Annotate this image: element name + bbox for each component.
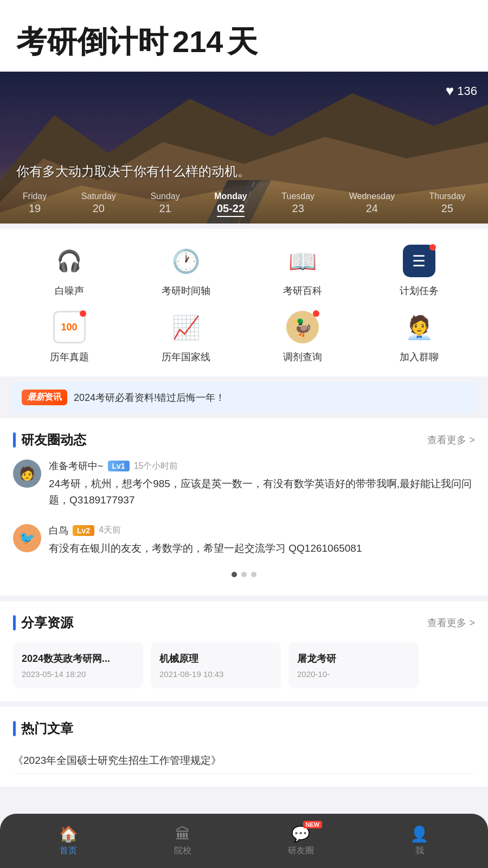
day-label: Sunday <box>150 192 179 201</box>
menu-plan-task-label: 计划任务 <box>400 284 439 297</box>
news-text: 2024考研必看资料!错过后悔一年！ <box>74 391 225 404</box>
menu-encyclopedia[interactable]: 📖 考研百科 <box>244 242 361 297</box>
day-num: 20 <box>93 202 105 215</box>
resource-card-3[interactable]: 屠龙考研 2020-10- <box>288 642 419 688</box>
menu-group-chat-label: 加入群聊 <box>400 350 439 363</box>
bottom-nav: 🏠 首页 🏛 院校 💬 研友圈 👤 我 <box>0 814 488 868</box>
day-monday[interactable]: Monday 05-22 <box>214 192 247 217</box>
day-wednesday[interactable]: Wednesday 24 <box>349 192 395 217</box>
countdown-title: 考研倒计时214天 <box>16 22 472 63</box>
person-icon: 🧑‍💼 <box>405 314 433 341</box>
day-label: Friday <box>23 192 47 201</box>
social-header: 研友圈动态 查看更多 > <box>13 431 475 449</box>
post-name-2: 白鸟 <box>49 524 68 537</box>
post-text-1: 24考研，杭州，想考个985，应该是英一数一，有没有数学英语好的带带我啊,最好能… <box>49 476 475 509</box>
day-friday[interactable]: Friday 19 <box>23 192 47 217</box>
dot-1[interactable] <box>232 572 237 577</box>
resource-card-2[interactable]: 机械原理 2021-08-19 10:43 <box>151 642 281 688</box>
chat-icon: 💬 <box>291 825 310 843</box>
countdown-suffix: 天 <box>227 24 258 59</box>
countdown-days: 214 <box>172 24 223 59</box>
carousel-dots <box>13 572 475 577</box>
news-tag: 最新资讯 <box>22 390 67 405</box>
day-label: Monday <box>214 192 247 201</box>
day-num: 24 <box>366 202 378 215</box>
day-sunday[interactable]: Sunday 21 <box>150 192 179 217</box>
resources-header: 分享资源 查看更多 > <box>13 614 475 631</box>
past-exams-badge <box>80 310 86 317</box>
menu-encyclopedia-label: 考研百科 <box>283 284 322 297</box>
banner-days: Friday 19 Saturday 20 Sunday 21 Monday 0… <box>0 186 488 224</box>
news-banner[interactable]: 最新资讯 2024考研必看资料!错过后悔一年！ <box>11 382 477 413</box>
menu-grid: 🎧 白噪声 🕐 考研时间轴 📖 考研百科 ☰ 计划任务 100 历年真题 <box>0 229 488 376</box>
like-count: 136 <box>457 84 477 98</box>
nav-school[interactable]: 🏛 院校 <box>174 825 191 857</box>
resource-title-2: 机械原理 <box>159 652 272 665</box>
post-item-2: 🐦 白鸟 Lv2 4天前 有没有在银川的友友，考数学的，希望一起交流学习 QQ1… <box>13 524 475 557</box>
nav-social-circle[interactable]: 💬 研友圈 <box>288 825 314 857</box>
nav-home[interactable]: 🏠 首页 <box>59 825 78 857</box>
day-label: Tuesday <box>281 192 314 201</box>
nav-social-label: 研友圈 <box>288 845 314 857</box>
home-icon: 🏠 <box>59 825 78 843</box>
social-see-more[interactable]: 查看更多 > <box>427 433 475 446</box>
menu-national-line-label: 历年国家线 <box>162 350 210 363</box>
social-title: 研友圈动态 <box>13 431 86 449</box>
plan-task-badge <box>429 244 436 251</box>
social-section: 研友圈动态 查看更多 > 🧑 准备考研中~ Lv1 15个小时前 24考研，杭州… <box>0 418 488 596</box>
day-num: 25 <box>441 202 453 215</box>
nav-school-label: 院校 <box>174 845 191 857</box>
nav-home-label: 首页 <box>60 845 77 857</box>
adjustment-badge <box>313 310 319 317</box>
day-tuesday[interactable]: Tuesday 23 <box>281 192 314 217</box>
resource-title-3: 屠龙考研 <box>297 652 410 665</box>
day-label: Wednesday <box>349 192 395 201</box>
day-num: 23 <box>292 202 304 215</box>
nav-me[interactable]: 👤 我 <box>410 825 429 857</box>
headphone-icon: 🎧 <box>56 249 82 273</box>
dot-2[interactable] <box>241 572 247 577</box>
heart-icon: ♥ <box>446 82 454 99</box>
dot-3[interactable] <box>251 572 256 577</box>
post-meta-1: 准备考研中~ Lv1 15个小时前 <box>49 459 475 473</box>
banner-quote: 你有多大动力取决于你有什么样的动机。 <box>16 163 251 180</box>
day-label: Thursday <box>429 192 465 201</box>
article-item-1[interactable]: 《2023年全国硕士研究生招生工作管理规定》 <box>13 748 475 774</box>
banner: ♥ 136 你有多大动力取决于你有什么样的动机。 Friday 19 Satur… <box>0 72 488 224</box>
hot-articles-header: 热门文章 <box>13 720 475 737</box>
book-icon: 📖 <box>288 248 317 275</box>
resources-section: 分享资源 查看更多 > 2024数英政考研网... 2023-05-14 18:… <box>0 601 488 701</box>
day-thursday[interactable]: Thursday 25 <box>429 192 465 217</box>
banner-like[interactable]: ♥ 136 <box>446 82 477 99</box>
school-icon: 🏛 <box>175 825 190 843</box>
resource-date-2: 2021-08-19 10:43 <box>159 669 272 679</box>
menu-national-line[interactable]: 📈 历年国家线 <box>127 308 244 363</box>
news-tag-text: 资讯 <box>44 392 62 401</box>
chart-icon: 📈 <box>172 314 200 341</box>
menu-white-noise[interactable]: 🎧 白噪声 <box>11 242 127 297</box>
day-num: 19 <box>29 202 41 215</box>
menu-timeline[interactable]: 🕐 考研时间轴 <box>127 242 244 297</box>
header: 考研倒计时214天 <box>0 0 488 72</box>
day-saturday[interactable]: Saturday 20 <box>81 192 116 217</box>
countdown-prefix: 考研倒计时 <box>16 24 168 59</box>
resource-date-1: 2023-05-14 18:20 <box>22 669 134 679</box>
post-time-2: 4天前 <box>99 525 121 536</box>
menu-group-chat[interactable]: 🧑‍💼 加入群聊 <box>361 308 477 363</box>
menu-plan-task[interactable]: ☰ 计划任务 <box>361 242 477 297</box>
post-text-2: 有没有在银川的友友，考数学的，希望一起交流学习 QQ1261065081 <box>49 540 362 557</box>
post-content-1: 准备考研中~ Lv1 15个小时前 24考研，杭州，想考个985，应该是英一数一… <box>49 459 475 509</box>
menu-past-exams-label: 历年真题 <box>50 350 89 363</box>
day-num: 05-22 <box>217 202 245 217</box>
menu-white-noise-label: 白噪声 <box>55 284 84 297</box>
hot-articles-title: 热门文章 <box>13 720 73 737</box>
post-avatar-2: 🐦 <box>13 524 41 552</box>
resources-see-more[interactable]: 查看更多 > <box>427 616 475 629</box>
menu-timeline-label: 考研时间轴 <box>162 284 210 297</box>
nav-me-label: 我 <box>415 845 424 857</box>
resource-card-1[interactable]: 2024数英政考研网... 2023-05-14 18:20 <box>13 642 143 688</box>
post-level-1: Lv1 <box>108 461 130 471</box>
menu-past-exams[interactable]: 100 历年真题 <box>11 308 127 363</box>
menu-adjustment[interactable]: 🦆 调剂查询 <box>244 308 361 363</box>
post-level-2: Lv2 <box>73 525 94 536</box>
